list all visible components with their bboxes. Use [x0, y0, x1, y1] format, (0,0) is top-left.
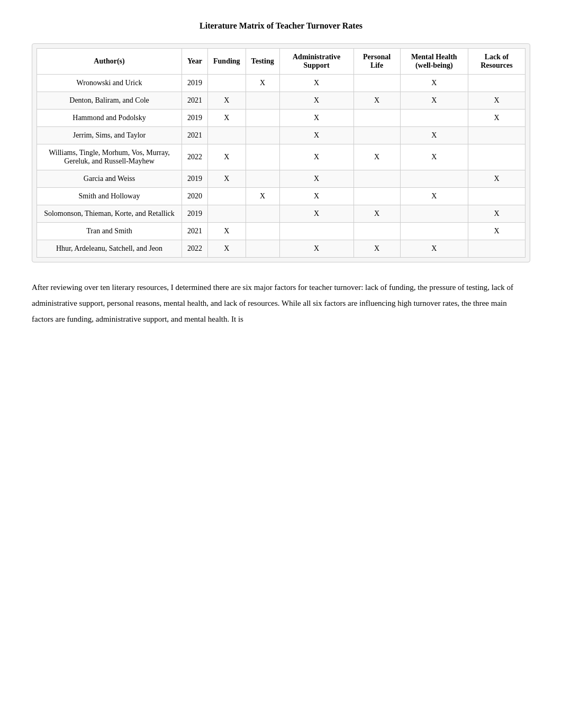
cell-personal_life: X	[353, 240, 400, 258]
cell-testing	[246, 144, 279, 170]
cell-year: 2019	[182, 110, 208, 127]
cell-author: Wronowski and Urick	[37, 75, 182, 92]
cell-lack_resources: X	[468, 205, 525, 223]
cell-funding	[208, 205, 246, 223]
cell-admin_support: X	[279, 188, 353, 205]
cell-mental_health: X	[400, 144, 468, 170]
cell-mental_health: X	[400, 92, 468, 110]
cell-admin_support: X	[279, 110, 353, 127]
cell-testing	[246, 92, 279, 110]
cell-author: Tran and Smith	[37, 223, 182, 240]
cell-year: 2020	[182, 188, 208, 205]
cell-mental_health: X	[400, 127, 468, 144]
cell-mental_health: X	[400, 75, 468, 92]
cell-mental_health: X	[400, 188, 468, 205]
cell-author: Solomonson, Thieman, Korte, and Retallic…	[37, 205, 182, 223]
cell-mental_health	[400, 223, 468, 240]
cell-funding: X	[208, 240, 246, 258]
cell-admin_support: X	[279, 170, 353, 188]
cell-lack_resources: X	[468, 110, 525, 127]
cell-lack_resources: X	[468, 223, 525, 240]
cell-testing: X	[246, 188, 279, 205]
cell-mental_health	[400, 170, 468, 188]
cell-admin_support: X	[279, 75, 353, 92]
cell-testing	[246, 127, 279, 144]
cell-testing	[246, 110, 279, 127]
cell-author: Hhur, Ardeleanu, Satchell, and Jeon	[37, 240, 182, 258]
cell-funding: X	[208, 223, 246, 240]
cell-admin_support: X	[279, 205, 353, 223]
cell-admin_support: X	[279, 92, 353, 110]
cell-funding: X	[208, 170, 246, 188]
cell-lack_resources	[468, 75, 525, 92]
table-row: Smith and Holloway2020XXX	[37, 188, 525, 205]
table-row: Tran and Smith2021XX	[37, 223, 525, 240]
col-header-mental-health: Mental Health (well-being)	[400, 49, 468, 75]
cell-funding: X	[208, 110, 246, 127]
cell-author: Denton, Baliram, and Cole	[37, 92, 182, 110]
cell-funding	[208, 127, 246, 144]
cell-personal_life: X	[353, 205, 400, 223]
cell-author: Smith and Holloway	[37, 188, 182, 205]
cell-testing	[246, 240, 279, 258]
cell-lack_resources: X	[468, 92, 525, 110]
cell-year: 2022	[182, 240, 208, 258]
table-row: Williams, Tingle, Morhum, Vos, Murray, G…	[37, 144, 525, 170]
cell-mental_health: X	[400, 240, 468, 258]
cell-lack_resources	[468, 144, 525, 170]
table-row: Hammond and Podolsky2019XXX	[37, 110, 525, 127]
cell-personal_life	[353, 188, 400, 205]
table-row: Solomonson, Thieman, Korte, and Retallic…	[37, 205, 525, 223]
table-row: Jerrim, Sims, and Taylor2021XX	[37, 127, 525, 144]
paragraph-section: After reviewing over ten literary resour…	[32, 279, 530, 327]
cell-testing	[246, 223, 279, 240]
col-header-admin-support: Administrative Support	[279, 49, 353, 75]
literature-matrix-table: Author(s) Year Funding Testing Administr…	[37, 48, 525, 258]
cell-year: 2021	[182, 127, 208, 144]
cell-personal_life: X	[353, 144, 400, 170]
cell-personal_life	[353, 75, 400, 92]
table-row: Hhur, Ardeleanu, Satchell, and Jeon2022X…	[37, 240, 525, 258]
table-header-row: Author(s) Year Funding Testing Administr…	[37, 49, 525, 75]
cell-personal_life: X	[353, 92, 400, 110]
cell-testing	[246, 205, 279, 223]
cell-funding	[208, 75, 246, 92]
cell-personal_life	[353, 127, 400, 144]
cell-author: Williams, Tingle, Morhum, Vos, Murray, G…	[37, 144, 182, 170]
cell-year: 2019	[182, 75, 208, 92]
cell-admin_support: X	[279, 144, 353, 170]
col-header-lack-resources: Lack of Resources	[468, 49, 525, 75]
col-header-author: Author(s)	[37, 49, 182, 75]
cell-admin_support	[279, 223, 353, 240]
cell-admin_support: X	[279, 240, 353, 258]
cell-testing: X	[246, 75, 279, 92]
table-row: Garcia and Weiss2019XXX	[37, 170, 525, 188]
cell-year: 2022	[182, 144, 208, 170]
table-row: Denton, Baliram, and Cole2021XXXXX	[37, 92, 525, 110]
cell-author: Hammond and Podolsky	[37, 110, 182, 127]
cell-author: Garcia and Weiss	[37, 170, 182, 188]
cell-funding: X	[208, 144, 246, 170]
col-header-personal-life: Personal Life	[353, 49, 400, 75]
paragraph-text: After reviewing over ten literary resour…	[32, 279, 530, 327]
table-container: Author(s) Year Funding Testing Administr…	[32, 43, 530, 262]
col-header-year: Year	[182, 49, 208, 75]
cell-personal_life	[353, 223, 400, 240]
cell-author: Jerrim, Sims, and Taylor	[37, 127, 182, 144]
cell-personal_life	[353, 170, 400, 188]
cell-lack_resources	[468, 240, 525, 258]
col-header-funding: Funding	[208, 49, 246, 75]
table-row: Wronowski and Urick2019XXX	[37, 75, 525, 92]
page-title: Literature Matrix of Teacher Turnover Ra…	[32, 21, 530, 31]
cell-lack_resources	[468, 188, 525, 205]
cell-year: 2019	[182, 170, 208, 188]
cell-testing	[246, 170, 279, 188]
col-header-testing: Testing	[246, 49, 279, 75]
cell-year: 2021	[182, 92, 208, 110]
cell-admin_support: X	[279, 127, 353, 144]
cell-funding: X	[208, 92, 246, 110]
cell-funding	[208, 188, 246, 205]
cell-year: 2019	[182, 205, 208, 223]
cell-lack_resources	[468, 127, 525, 144]
cell-year: 2021	[182, 223, 208, 240]
